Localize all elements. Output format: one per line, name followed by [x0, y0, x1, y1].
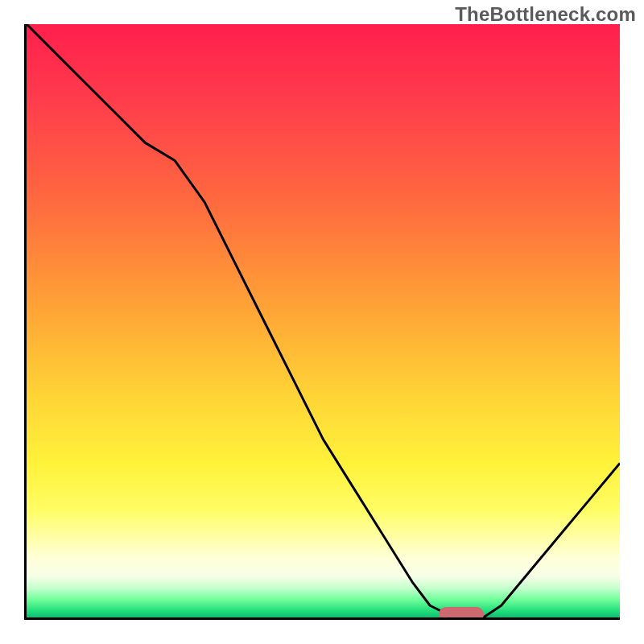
bottleneck-curve [27, 24, 620, 617]
attribution-label: TheBottleneck.com [455, 3, 636, 26]
plot-area [24, 24, 620, 620]
bottleneck-chart: TheBottleneck.com [0, 0, 644, 644]
optimal-point-marker [439, 607, 484, 620]
